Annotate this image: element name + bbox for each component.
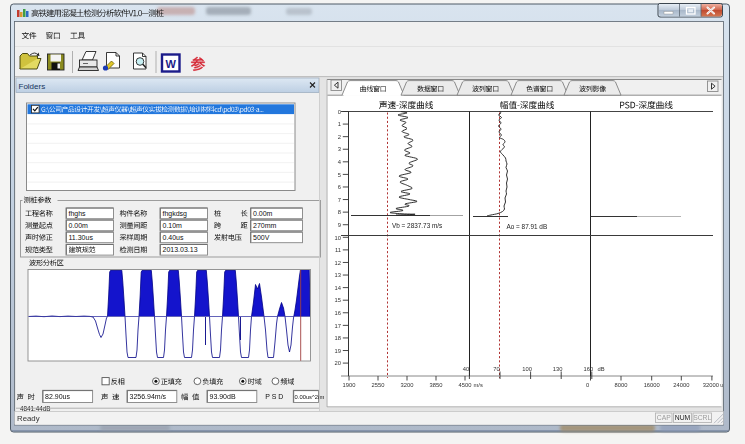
svg-text:0: 0 — [586, 382, 589, 388]
svg-text:14: 14 — [335, 285, 342, 291]
svg-text:1900: 1900 — [343, 382, 356, 388]
svg-text:2550: 2550 — [372, 382, 385, 388]
svg-text:0.40us: 0.40us — [163, 234, 185, 241]
svg-text:16000: 16000 — [644, 382, 660, 388]
svg-text:0: 0 — [338, 109, 341, 115]
svg-text:3200: 3200 — [401, 382, 414, 388]
svg-text:15: 15 — [335, 297, 341, 303]
svg-text:0.00m: 0.00m — [253, 210, 273, 217]
svg-text:270mm: 270mm — [253, 222, 277, 229]
svg-text:130: 130 — [553, 366, 563, 372]
svg-text:3256.94m/s: 3256.94m/s — [130, 393, 167, 400]
svg-text:2013.03.13: 2013.03.13 — [163, 246, 198, 253]
svg-text:70: 70 — [493, 366, 499, 372]
svg-text:9: 9 — [338, 222, 341, 228]
svg-text:93.90dB: 93.90dB — [210, 393, 236, 400]
svg-text:4500: 4500 — [459, 382, 472, 388]
svg-text:6: 6 — [338, 184, 341, 190]
svg-text:11.30us: 11.30us — [69, 234, 94, 241]
svg-text:32000: 32000 — [703, 382, 719, 388]
svg-text:u: u — [720, 382, 723, 388]
svg-text:13: 13 — [335, 272, 341, 278]
svg-text:100: 100 — [522, 366, 532, 372]
svg-text:500V: 500V — [253, 234, 270, 241]
svg-text:3: 3 — [338, 146, 341, 152]
svg-text:19: 19 — [335, 348, 341, 354]
svg-text:5: 5 — [338, 172, 341, 178]
svg-text:3850: 3850 — [430, 382, 443, 388]
svg-text:7: 7 — [338, 197, 341, 203]
svg-text:1: 1 — [338, 121, 341, 127]
svg-text:8: 8 — [338, 209, 341, 215]
svg-text:P S D: P S D — [265, 393, 283, 400]
svg-text:20: 20 — [335, 360, 341, 366]
svg-text:NUM: NUM — [675, 414, 691, 421]
svg-text:Ao = 87.91 dB: Ao = 87.91 dB — [507, 223, 548, 230]
svg-text:fhghs: fhghs — [69, 210, 87, 218]
svg-text:24000: 24000 — [673, 382, 689, 388]
svg-text:82.90us: 82.90us — [45, 393, 70, 400]
svg-text:W: W — [166, 58, 177, 70]
svg-text:0.00m: 0.00m — [69, 222, 89, 229]
svg-text:17: 17 — [335, 323, 341, 329]
svg-text:0.10m: 0.10m — [163, 222, 183, 229]
svg-text:Vb = 2837.73 m/s: Vb = 2837.73 m/s — [392, 222, 442, 229]
svg-text:8000: 8000 — [615, 382, 628, 388]
svg-text:dB: dB — [598, 366, 605, 372]
svg-text:fhgkdsg: fhgkdsg — [163, 210, 188, 218]
svg-text:Ready: Ready — [17, 414, 40, 423]
svg-text:12: 12 — [335, 260, 341, 266]
svg-text:40: 40 — [463, 366, 469, 372]
svg-text:CAP: CAP — [657, 414, 671, 421]
svg-text:16: 16 — [335, 310, 341, 316]
svg-text:10: 10 — [335, 235, 341, 241]
svg-text:Folders: Folders — [19, 82, 46, 91]
svg-text:11: 11 — [335, 247, 341, 253]
svg-text:SCRL: SCRL — [693, 414, 711, 421]
svg-text:18: 18 — [335, 335, 341, 341]
svg-text:0.00us^2/m: 0.00us^2/m — [295, 394, 325, 400]
svg-text:m/s: m/s — [474, 382, 483, 388]
svg-text:160: 160 — [583, 366, 593, 372]
svg-text:2: 2 — [338, 134, 341, 140]
